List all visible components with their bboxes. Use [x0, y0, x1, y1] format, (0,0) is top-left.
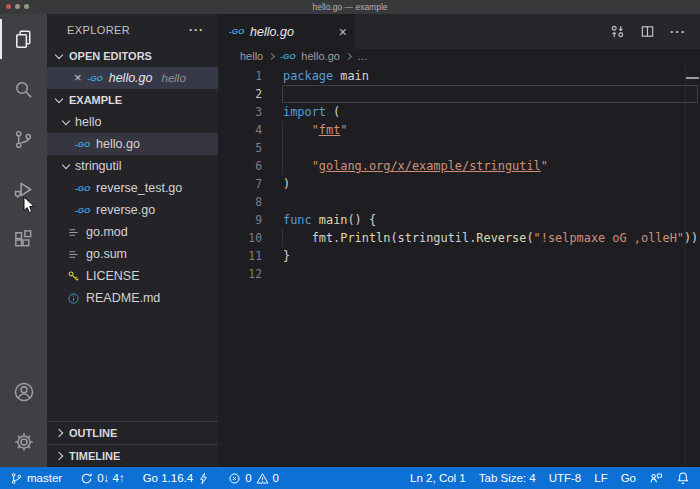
tree-item-file-go-sum[interactable]: go.sum: [47, 243, 218, 265]
code-line-8[interactable]: 8: [218, 193, 700, 211]
status-sync-changes[interactable]: 0↓ 4↑: [80, 472, 125, 485]
status-go-version[interactable]: Go 1.16.4: [143, 472, 211, 485]
code-line-12[interactable]: 12: [218, 265, 700, 283]
line-number[interactable]: 8: [218, 193, 262, 211]
line-number[interactable]: 2: [218, 85, 262, 103]
activity-run-debug[interactable]: [0, 164, 47, 214]
code-line-3[interactable]: 3import (: [218, 103, 700, 121]
activity-account[interactable]: [0, 367, 47, 417]
open-editor-hello-go[interactable]: × -GO hello.go hello: [47, 67, 218, 89]
tree-item-label: stringutil: [75, 159, 122, 173]
line-number[interactable]: 9: [218, 211, 262, 229]
breadcrumb-file[interactable]: hello.go: [301, 50, 340, 62]
status-text: Tab Size: 4: [479, 472, 536, 484]
line-number[interactable]: 12: [218, 265, 262, 283]
line-number[interactable]: 6: [218, 157, 262, 175]
code-line-2[interactable]: 2: [218, 85, 700, 103]
code-line-5[interactable]: 5: [218, 139, 700, 157]
status-language-mode[interactable]: Go: [621, 472, 636, 484]
status-feedback[interactable]: [649, 471, 663, 485]
readme-info-icon: [67, 292, 80, 305]
tree-item-file-reverse-test-go[interactable]: -GOreverse_test.go: [47, 177, 218, 199]
breadcrumb-symbol[interactable]: …: [357, 50, 368, 62]
code-line-7[interactable]: 7): [218, 175, 700, 193]
activity-search[interactable]: [0, 64, 47, 114]
activity-explorer[interactable]: [0, 14, 47, 64]
activity-extensions[interactable]: [0, 214, 47, 264]
open-editors-section-header[interactable]: OPEN EDITORS: [47, 45, 218, 67]
go-file-icon: -GO: [75, 184, 90, 193]
split-editor-button[interactable]: [640, 24, 655, 39]
tree-item-file-go-mod[interactable]: go.mod: [47, 221, 218, 243]
chevron-down-icon: [62, 161, 70, 169]
explorer-sidebar: EXPLORER ··· OPEN EDITORS × -GO hello.go…: [47, 14, 218, 467]
status-eol[interactable]: LF: [594, 472, 607, 484]
code-editor[interactable]: 1package main23import (4 "fmt"56 "golang…: [218, 63, 700, 467]
tab-label: hello.go: [250, 25, 294, 39]
close-window-button[interactable]: [6, 4, 11, 9]
status-problems[interactable]: 00: [228, 472, 279, 485]
code-line-1[interactable]: 1package main: [218, 67, 700, 85]
close-icon[interactable]: ×: [74, 73, 82, 83]
line-number[interactable]: 5: [218, 139, 262, 157]
timeline-section-header[interactable]: TIMELINE: [47, 444, 218, 467]
close-icon[interactable]: ×: [339, 27, 347, 37]
breadcrumb-folder[interactable]: hello: [240, 50, 263, 62]
more-actions-button[interactable]: ···: [670, 24, 686, 39]
code-line-10[interactable]: 10 fmt.Println(stringutil.Reverse("!selp…: [218, 229, 700, 247]
code-line-9[interactable]: 9func main() {: [218, 211, 700, 229]
zoom-window-button[interactable]: [24, 4, 29, 9]
tree-item-label: go.sum: [86, 247, 127, 261]
line-number[interactable]: 1: [218, 67, 262, 85]
code-text: fmt.Println(stringutil.Reverse("!selpmax…: [262, 229, 698, 247]
explorer-more-actions-icon[interactable]: ···: [189, 23, 204, 37]
tree-item-label: reverse.go: [96, 203, 155, 217]
example-label: EXAMPLE: [69, 94, 122, 106]
activity-bar: [0, 14, 47, 467]
tree-item-folder-stringutil[interactable]: stringutil: [47, 155, 218, 177]
example-section-header[interactable]: EXAMPLE: [47, 89, 218, 111]
code-text: [262, 265, 283, 283]
status-branch-indicator[interactable]: master: [10, 472, 62, 485]
line-number[interactable]: 7: [218, 175, 262, 193]
open-editors-label: OPEN EDITORS: [69, 50, 152, 62]
activity-source-control[interactable]: [0, 114, 47, 164]
status-cursor-position[interactable]: Ln 2, Col 1: [410, 472, 466, 484]
warning-triangle-icon: [256, 472, 269, 485]
line-number[interactable]: 4: [218, 121, 262, 139]
line-number[interactable]: 3: [218, 103, 262, 121]
code-text: [262, 139, 283, 157]
tree-item-file-readme-md[interactable]: README.md: [47, 287, 218, 309]
search-icon: [12, 78, 35, 101]
minimize-window-button[interactable]: [15, 4, 20, 9]
code-line-4[interactable]: 4 "fmt": [218, 121, 700, 139]
outline-section-header[interactable]: OUTLINE: [47, 421, 218, 444]
status-tab-size[interactable]: Tab Size: 4: [479, 472, 536, 484]
go-mod-icon: [67, 248, 80, 261]
error-circle-icon: [228, 472, 241, 485]
titlebar: hello.go — example: [0, 0, 700, 14]
status-bar: master0↓ 4↑Go 1.16.400 Ln 2, Col 1Tab Si…: [0, 467, 700, 489]
line-number[interactable]: 10: [218, 229, 262, 247]
window-controls: [6, 4, 29, 9]
chevron-right-icon: [55, 429, 63, 437]
tree-item-folder-hello[interactable]: hello: [47, 111, 218, 133]
code-line-11[interactable]: 11}: [218, 247, 700, 265]
chevron-down-icon: [55, 95, 63, 103]
status-text: Ln 2, Col 1: [410, 472, 466, 484]
code-line-6[interactable]: 6 "golang.org/x/example/stringutil": [218, 157, 700, 175]
open-changes-button[interactable]: [610, 24, 625, 39]
license-key-icon: [67, 270, 80, 283]
code-text: package main: [262, 67, 369, 85]
tab-hello-go[interactable]: -GO hello.go ×: [218, 14, 355, 49]
tree-item-file-hello-go[interactable]: -GOhello.go: [47, 133, 218, 155]
line-number[interactable]: 11: [218, 247, 262, 265]
files-icon: [12, 28, 35, 51]
code-text: import (: [262, 103, 340, 121]
status-notifications[interactable]: [676, 471, 690, 485]
code-text: [262, 193, 283, 211]
tree-item-file-reverse-go[interactable]: -GOreverse.go: [47, 199, 218, 221]
tree-item-file-license[interactable]: LICENSE: [47, 265, 218, 287]
activity-settings[interactable]: [0, 417, 47, 467]
status-encoding[interactable]: UTF-8: [549, 472, 582, 484]
